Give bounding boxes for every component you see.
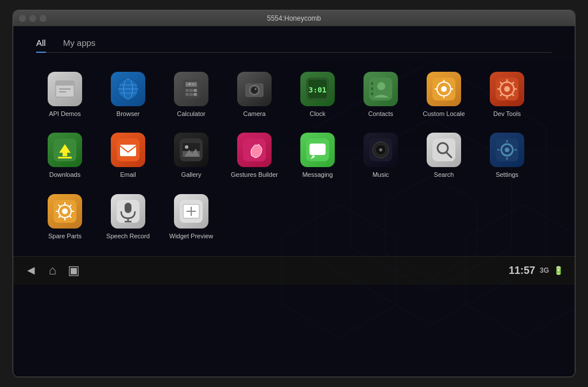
app-icon-custom-locale[interactable]: Custom Locale: [415, 67, 473, 122]
app-icon-email[interactable]: Email: [99, 128, 157, 183]
app-icon-image-gallery: [174, 133, 208, 167]
app-label-browser: Browser: [117, 110, 140, 118]
app-icon-image-spare-parts: [48, 194, 82, 229]
svg-rect-21: [185, 93, 189, 96]
app-icon-clock[interactable]: 3:01Clock: [289, 67, 346, 122]
app-icon-image-messaging: [300, 133, 335, 167]
app-icon-music[interactable]: Music: [352, 128, 409, 183]
window-controls: [19, 15, 47, 22]
app-icon-image-gestures-builder: [237, 133, 272, 167]
app-icon-image-clock: 3:01: [300, 72, 335, 106]
svg-point-80: [505, 148, 509, 152]
app-icon-calculator[interactable]: + −Calculator: [163, 67, 220, 122]
minimize-button[interactable]: [29, 15, 36, 22]
app-icon-api-demos[interactable]: API Demos: [36, 67, 94, 122]
app-icon-image-api-demos: [48, 72, 82, 106]
app-label-messaging: Messaging: [302, 171, 332, 179]
svg-rect-57: [63, 153, 67, 156]
svg-rect-33: [371, 82, 373, 85]
app-icon-image-widget-preview: [174, 194, 208, 229]
app-icon-image-browser: [111, 72, 145, 106]
app-label-clock: Clock: [310, 110, 326, 118]
app-icon-browser[interactable]: Browser: [99, 67, 157, 122]
content-area: All My apps API DemosBrowser+ −Calculato…: [13, 26, 575, 256]
svg-point-74: [380, 149, 382, 151]
app-icon-spare-parts[interactable]: Spare Parts: [36, 189, 94, 245]
back-button[interactable]: ◄: [25, 263, 37, 278]
app-icon-messaging[interactable]: Messaging: [289, 128, 346, 183]
svg-point-27: [255, 88, 257, 90]
app-label-widget-preview: Widget Preview: [169, 232, 213, 240]
svg-rect-97: [125, 203, 131, 213]
app-icon-image-speech-record: [111, 194, 145, 229]
mac-window: 5554:Honeycomb All My apps: [13, 10, 575, 377]
tab-bar: All My apps: [36, 38, 552, 53]
maximize-button[interactable]: [40, 15, 47, 22]
svg-rect-58: [58, 157, 72, 158]
app-icon-speech-record[interactable]: Speech Record: [99, 189, 157, 245]
home-button[interactable]: ⌂: [49, 263, 56, 278]
app-label-spare-parts: Spare Parts: [48, 232, 82, 240]
svg-rect-22: [189, 93, 193, 96]
app-icon-image-dev-tools: [490, 72, 524, 106]
app-label-contacts: Contacts: [368, 110, 393, 118]
app-label-calculator: Calculator: [177, 110, 206, 118]
app-icon-downloads[interactable]: Downloads: [36, 128, 94, 183]
tab-all[interactable]: All: [36, 38, 46, 52]
app-label-search: Search: [434, 171, 454, 179]
nav-left: ◄ ⌂ ▣: [25, 263, 80, 278]
svg-rect-19: [189, 89, 193, 92]
recent-button[interactable]: ▣: [68, 263, 80, 278]
app-icon-image-downloads: [48, 133, 82, 167]
titlebar: 5554:Honeycomb: [13, 10, 575, 26]
app-icon-dev-tools[interactable]: Dev Tools: [478, 67, 536, 122]
app-icon-image-email: [111, 133, 145, 167]
app-label-dev-tools: Dev Tools: [493, 110, 521, 118]
app-label-camera: Camera: [243, 110, 265, 118]
svg-text:3:01: 3:01: [308, 86, 326, 94]
app-icon-search[interactable]: Search: [415, 128, 473, 183]
app-icon-settings[interactable]: Settings: [478, 128, 536, 183]
svg-rect-68: [310, 144, 326, 155]
svg-rect-20: [194, 89, 197, 92]
app-label-settings: Settings: [496, 171, 519, 179]
window-title: 5554:Honeycomb: [267, 14, 321, 22]
device-screen: All My apps API DemosBrowser+ −Calculato…: [13, 26, 575, 377]
svg-point-87: [62, 208, 68, 214]
app-icon-image-music: [363, 133, 398, 167]
app-icon-image-camera: [237, 72, 272, 106]
svg-rect-60: [120, 145, 136, 156]
app-icon-image-contacts: [363, 72, 398, 106]
app-label-music: Music: [373, 171, 389, 179]
svg-rect-34: [371, 87, 373, 90]
svg-rect-6: [56, 81, 74, 86]
svg-point-26: [252, 87, 257, 93]
app-icon-camera[interactable]: Camera: [226, 67, 283, 122]
app-label-speech-record: Speech Record: [106, 232, 150, 240]
app-icon-widget-preview[interactable]: Widget Preview: [163, 189, 220, 245]
app-label-downloads: Downloads: [49, 171, 80, 179]
app-icon-image-settings: [490, 133, 524, 167]
tab-my-apps[interactable]: My apps: [63, 38, 96, 52]
svg-rect-28: [251, 82, 256, 84]
app-label-email: Email: [120, 171, 136, 179]
close-button[interactable]: [19, 15, 26, 22]
svg-point-36: [377, 82, 385, 90]
app-icon-image-search: [427, 133, 461, 167]
app-grid: API DemosBrowser+ −CalculatorCamera3:01C…: [36, 61, 552, 245]
app-icon-image-calculator: + −: [174, 72, 208, 106]
app-icon-contacts[interactable]: Contacts: [352, 67, 409, 122]
svg-text:+ −: + −: [188, 82, 194, 86]
app-label-gestures-builder: Gestures Builder: [231, 171, 278, 179]
svg-rect-35: [371, 92, 373, 95]
app-icon-gallery[interactable]: Gallery: [163, 128, 220, 183]
app-label-api-demos: API Demos: [49, 110, 81, 118]
app-label-gallery: Gallery: [181, 171, 202, 179]
app-label-custom-locale: Custom Locale: [423, 110, 465, 118]
app-icon-gestures-builder[interactable]: Gestures Builder: [226, 128, 283, 183]
svg-rect-23: [194, 93, 197, 96]
svg-point-65: [185, 145, 188, 149]
svg-point-39: [441, 86, 447, 92]
svg-point-46: [504, 86, 510, 92]
app-icon-image-custom-locale: [427, 72, 461, 106]
